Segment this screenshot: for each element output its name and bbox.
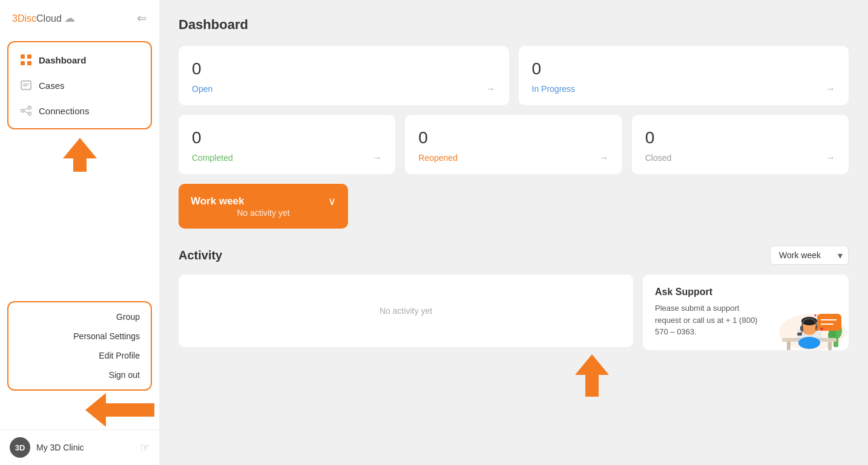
logo-3disc: 3Disc bbox=[12, 13, 36, 24]
stat-label: In Progress bbox=[532, 84, 576, 94]
svg-text:♥: ♥ bbox=[820, 326, 823, 332]
work-week-title: Work week bbox=[191, 195, 245, 207]
support-illustration: ♥ ♥ bbox=[764, 296, 849, 350]
activity-filter-wrapper: Work week Today This month This year bbox=[770, 246, 849, 265]
sidebar-item-connections[interactable]: Connections bbox=[8, 98, 151, 123]
stats-grid: 0 Open → 0 In Progress → 0 Completed → 0… bbox=[179, 46, 849, 229]
svg-point-21 bbox=[798, 337, 820, 349]
work-week-header: Work week ∨ bbox=[191, 195, 336, 208]
stat-arrow-icon[interactable]: → bbox=[486, 83, 496, 94]
stat-card: 0 In Progress → bbox=[519, 46, 849, 105]
svg-point-8 bbox=[28, 106, 31, 109]
popup-item-sign-out[interactable]: Sign out bbox=[8, 365, 151, 385]
stat-row: Reopened → bbox=[418, 152, 608, 163]
stat-row: Open → bbox=[192, 83, 496, 94]
connections-icon bbox=[19, 104, 33, 117]
activity-content-area: No activity yet Ask Support Please submi… bbox=[179, 275, 849, 397]
stat-value: 0 bbox=[418, 128, 608, 148]
stat-value: 0 bbox=[192, 128, 382, 148]
svg-rect-3 bbox=[27, 61, 31, 65]
cases-icon bbox=[19, 79, 33, 92]
logo-cloud-icon: ☁ bbox=[64, 12, 75, 24]
stat-value: 0 bbox=[532, 59, 836, 79]
sidebar-item-cases-label: Cases bbox=[39, 80, 65, 91]
activity-section: Activity Work week Today This month This… bbox=[179, 246, 849, 397]
stat-arrow-icon[interactable]: → bbox=[826, 83, 835, 94]
svg-rect-1 bbox=[27, 54, 31, 59]
ask-support-card: Ask Support Please submit a support requ… bbox=[643, 275, 849, 350]
stat-value: 0 bbox=[192, 59, 496, 79]
stat-card: 0 Reopened → bbox=[405, 115, 622, 174]
stat-card: 0 Completed → bbox=[179, 115, 395, 174]
svg-rect-17 bbox=[787, 342, 791, 350]
stat-row: Completed → bbox=[192, 152, 382, 163]
activity-header: Activity Work week Today This month This… bbox=[179, 246, 849, 265]
clinic-name-label: My 3D Clinic bbox=[36, 443, 134, 452]
avatar: 3D bbox=[10, 437, 30, 458]
svg-rect-18 bbox=[828, 342, 832, 350]
sidebar-item-cases[interactable]: Cases bbox=[8, 73, 151, 98]
arrow-up-main-icon bbox=[575, 354, 609, 397]
svg-point-7 bbox=[21, 109, 24, 112]
chevron-down-icon[interactable]: ∨ bbox=[328, 195, 336, 208]
work-week-card: Work week ∨ No activity yet bbox=[179, 184, 348, 229]
ask-support-text: Please submit a support request or call … bbox=[655, 302, 764, 338]
arrow-left-icon bbox=[85, 393, 154, 427]
svg-line-11 bbox=[24, 111, 28, 113]
svg-point-9 bbox=[28, 112, 31, 115]
svg-rect-27 bbox=[797, 333, 802, 336]
svg-line-10 bbox=[24, 108, 28, 110]
sidebar-item-dashboard-label: Dashboard bbox=[39, 55, 86, 65]
stat-arrow-icon[interactable]: → bbox=[826, 152, 835, 163]
sidebar-nav: Dashboard Cases bbox=[7, 41, 152, 129]
work-week-no-activity: No activity yet bbox=[237, 208, 289, 218]
stat-label: Open bbox=[192, 84, 212, 94]
svg-text:♥: ♥ bbox=[814, 313, 817, 317]
stat-label: Completed bbox=[192, 153, 233, 163]
stat-card: 0 Closed → bbox=[632, 115, 849, 174]
stat-label: Reopened bbox=[418, 153, 458, 163]
stat-value: 0 bbox=[645, 128, 835, 148]
activity-title: Activity bbox=[179, 249, 222, 262]
annotation-arrow-up bbox=[0, 134, 159, 175]
sidebar-collapse-button[interactable]: ⇐ bbox=[137, 11, 147, 25]
svg-rect-0 bbox=[21, 54, 25, 59]
dashboard-icon bbox=[19, 53, 33, 67]
user-popup-menu: Group Personal Settings Edit Profile Sig… bbox=[7, 301, 152, 391]
stat-row: In Progress → bbox=[532, 83, 836, 94]
main-content: Dashboard 0 Open → 0 In Progress → 0 Com… bbox=[159, 0, 868, 465]
menu-icon[interactable]: ☞ bbox=[140, 441, 150, 454]
sidebar-user-row[interactable]: 3D My 3D Clinic ☞ bbox=[0, 429, 159, 465]
sidebar-item-connections-label: Connections bbox=[39, 106, 89, 116]
activity-body: No activity yet bbox=[179, 275, 633, 347]
logo: 3DiscCloud☁ bbox=[12, 11, 75, 25]
stat-arrow-icon[interactable]: → bbox=[372, 152, 382, 163]
sidebar: 3DiscCloud☁ ⇐ Dashboard bbox=[0, 0, 159, 465]
annotation-arrow-up-main bbox=[179, 354, 633, 397]
stat-row: Closed → bbox=[645, 152, 835, 163]
stat-label: Closed bbox=[645, 153, 672, 163]
activity-no-activity: No activity yet bbox=[380, 306, 432, 316]
sidebar-logo: 3DiscCloud☁ ⇐ bbox=[0, 0, 159, 36]
page-title: Dashboard bbox=[179, 17, 849, 33]
svg-rect-2 bbox=[21, 61, 25, 65]
popup-item-edit-profile[interactable]: Edit Profile bbox=[8, 346, 151, 365]
stat-arrow-icon[interactable]: → bbox=[599, 152, 609, 163]
sidebar-item-dashboard[interactable]: Dashboard bbox=[8, 47, 151, 73]
logo-cloud: Cloud bbox=[36, 13, 62, 24]
annotation-arrow-left bbox=[0, 391, 159, 429]
svg-rect-4 bbox=[21, 81, 31, 89]
stat-card: 0 Open → bbox=[179, 46, 509, 105]
arrow-up-icon bbox=[63, 138, 97, 172]
popup-item-group[interactable]: Group bbox=[8, 307, 151, 327]
popup-item-personal-settings[interactable]: Personal Settings bbox=[8, 327, 151, 346]
activity-filter-select[interactable]: Work week Today This month This year bbox=[770, 246, 849, 265]
